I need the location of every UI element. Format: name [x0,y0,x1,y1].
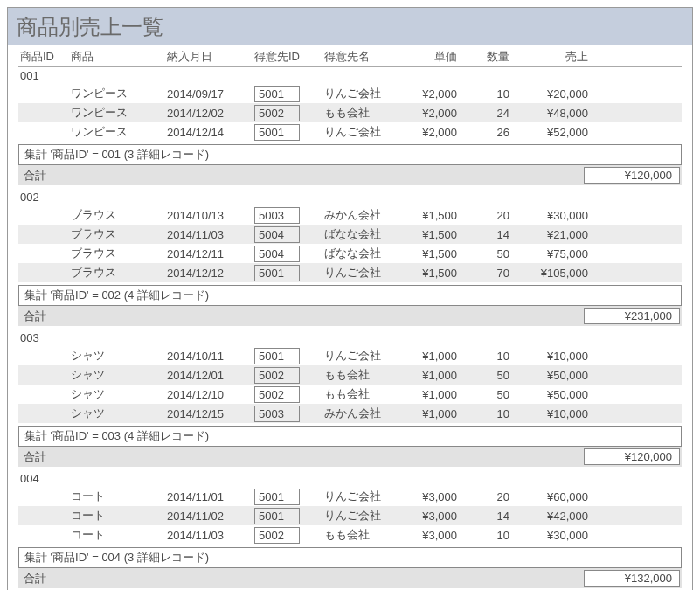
cell-price: ¥1,000 [403,407,464,420]
report-title: 商品別売上一覧 [8,8,692,45]
cell-sales: ¥42,000 [516,510,595,523]
cell-customer-name: りんご会社 [324,265,403,281]
data-row: シャツ2014/12/105002もも会社¥1,00050¥50,000 [18,385,682,404]
cell-customer-id: 5001 [254,489,324,505]
cell-qty: 50 [464,247,516,260]
cell-price: ¥1,500 [403,209,464,222]
customer-id-field[interactable]: 5004 [254,246,300,262]
group-total-row: 合計¥231,000 [18,306,682,326]
cell-sales: ¥21,000 [516,228,595,241]
group-id: 002 [18,191,682,204]
customer-id-field[interactable]: 5001 [254,489,300,505]
data-row: ブラウス2014/11/035004ばなな会社¥1,50014¥21,000 [18,225,682,244]
cell-customer-name: りんご会社 [324,348,403,364]
cell-product: ワンピース [71,124,167,140]
cell-date: 2014/12/12 [167,267,254,280]
col-unit-price: 単価 [403,49,464,65]
cell-qty: 24 [464,107,516,120]
cell-customer-name: りんご会社 [324,124,403,140]
cell-customer-id: 5004 [254,246,324,262]
cell-date: 2014/12/14 [167,126,254,139]
group-total-value: ¥120,000 [584,448,680,465]
cell-price: ¥3,000 [403,490,464,503]
cell-price: ¥2,000 [403,126,464,139]
customer-id-field[interactable]: 5002 [254,105,300,121]
col-customer-name: 得意先名 [324,49,403,65]
customer-id-field[interactable]: 5001 [254,348,300,364]
group-summary: 集計 '商品ID' = 002 (4 詳細レコード) [18,285,682,306]
cell-price: ¥1,500 [403,228,464,241]
cell-sales: ¥60,000 [516,490,595,503]
cell-sales: ¥50,000 [516,388,595,401]
cell-customer-id: 5002 [254,386,324,403]
customer-id-field[interactable]: 5002 [254,527,300,544]
group-total-label: 合計 [24,168,584,184]
cell-product: ブラウス [71,226,167,242]
customer-id-field[interactable]: 5002 [254,367,300,384]
group-total-row: 合計¥120,000 [18,165,682,185]
cell-date: 2014/12/02 [167,107,254,120]
cell-customer-name: ばなな会社 [324,226,403,242]
col-date: 納入月日 [167,49,254,65]
cell-product: シャツ [71,348,167,364]
cell-customer-id: 5002 [254,367,324,384]
cell-sales: ¥105,000 [516,267,595,280]
group-total-row: 合計¥120,000 [18,447,682,467]
cell-customer-id: 5003 [254,207,324,224]
cell-qty: 10 [464,529,516,542]
group-total-label: 合計 [24,571,584,587]
cell-customer-id: 5002 [254,527,324,544]
cell-date: 2014/10/11 [167,350,254,363]
customer-id-field[interactable]: 5004 [254,226,300,243]
data-row: ワンピース2014/12/025002もも会社¥2,00024¥48,000 [18,103,682,122]
cell-date: 2014/10/13 [167,209,254,222]
cell-qty: 10 [464,350,516,363]
cell-qty: 10 [464,407,516,420]
group-id: 001 [18,69,682,82]
column-header-row: 商品ID 商品 納入月日 得意先ID 得意先名 単価 数量 売上 [18,48,682,67]
col-sales: 売上 [516,49,595,65]
cell-product: ワンピース [71,86,167,101]
customer-id-field[interactable]: 5003 [254,207,300,224]
customer-id-field[interactable]: 5001 [254,508,300,524]
cell-sales: ¥48,000 [516,107,595,120]
customer-id-field[interactable]: 5003 [254,406,300,422]
cell-sales: ¥10,000 [516,350,595,363]
customer-id-field[interactable]: 5002 [254,386,300,403]
cell-date: 2014/12/10 [167,388,254,401]
cell-product: ブラウス [71,246,167,261]
cell-customer-name: みかん会社 [324,406,403,421]
cell-customer-name: りんご会社 [324,508,403,524]
customer-id-field[interactable]: 5001 [254,265,300,281]
group-id: 003 [18,331,682,344]
cell-sales: ¥10,000 [516,407,595,420]
cell-date: 2014/11/01 [167,490,254,503]
data-row: コート2014/11/015001りんご会社¥3,00020¥60,000 [18,487,682,506]
cell-customer-name: みかん会社 [324,207,403,223]
customer-id-field[interactable]: 5001 [254,86,300,102]
group-summary: 集計 '商品ID' = 003 (4 詳細レコード) [18,426,682,447]
cell-sales: ¥52,000 [516,126,595,139]
cell-qty: 20 [464,490,516,503]
cell-price: ¥3,000 [403,510,464,523]
cell-date: 2014/09/17 [167,87,254,101]
cell-date: 2014/12/11 [167,247,254,260]
cell-sales: ¥30,000 [516,529,595,542]
customer-id-field[interactable]: 5001 [254,124,300,141]
cell-customer-name: ばなな会社 [324,246,403,261]
cell-customer-id: 5001 [254,124,324,141]
cell-qty: 70 [464,267,516,280]
report-page: 商品別売上一覧 商品ID 商品 納入月日 得意先ID 得意先名 単価 数量 売上… [7,7,693,590]
cell-customer-name: もも会社 [324,527,403,543]
cell-customer-id: 5001 [254,86,324,102]
report-content: 商品ID 商品 納入月日 得意先ID 得意先名 単価 数量 売上 001ワンピー… [8,45,692,590]
cell-sales: ¥20,000 [516,87,595,101]
cell-customer-id: 5001 [254,348,324,364]
cell-price: ¥1,500 [403,267,464,280]
cell-customer-name: りんご会社 [324,86,403,101]
data-row: ブラウス2014/12/125001りんご会社¥1,50070¥105,000 [18,263,682,282]
group-total-label: 合計 [24,449,584,465]
data-row: ブラウス2014/10/135003みかん会社¥1,50020¥30,000 [18,205,682,225]
cell-customer-name: もも会社 [324,367,403,383]
group-summary: 集計 '商品ID' = 004 (3 詳細レコード) [18,547,682,568]
